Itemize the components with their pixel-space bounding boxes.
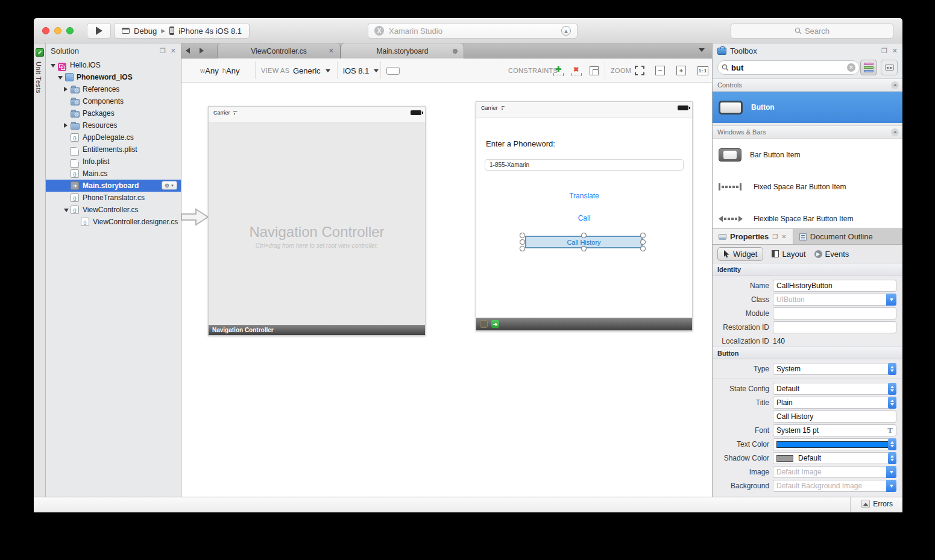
- expander-icon[interactable]: [64, 123, 68, 128]
- close-window-button[interactable]: [42, 27, 49, 34]
- tree-item-infoplist[interactable]: Info.plist: [46, 156, 181, 168]
- selection-handle[interactable]: [520, 233, 525, 238]
- toolbox-section-windows-bars[interactable]: Windows & Bars: [713, 125, 902, 139]
- selection-handle[interactable]: [520, 246, 525, 251]
- zoom-fit-button[interactable]: [635, 58, 644, 83]
- configuration-selector[interactable]: Debug ▶ iPhone 4s iOS 8.1: [114, 23, 250, 39]
- toolbox-search-input[interactable]: [731, 63, 845, 72]
- tab-viewcontroller[interactable]: ViewController.cs ✕: [217, 43, 341, 58]
- dock-pad-icon[interactable]: ❐: [881, 47, 887, 55]
- toolbox-item-flexible-space[interactable]: Flexible Space Bar Button Item: [713, 203, 902, 231]
- tree-item-references[interactable]: ⚙References: [46, 83, 181, 95]
- close-pad-icon[interactable]: ✕: [781, 233, 786, 240]
- stepper-icon[interactable]: [888, 383, 896, 395]
- storyboard-entry-arrow-icon[interactable]: [181, 207, 209, 227]
- module-input[interactable]: [776, 309, 893, 318]
- shadow-color-dropdown[interactable]: Default: [773, 452, 896, 464]
- tree-item-viewcontroller-designer[interactable]: {}ViewController.designer.cs: [46, 216, 181, 228]
- compact-view-button[interactable]: [881, 60, 898, 75]
- toolbox-item-fixed-space[interactable]: Fixed Space Bar Button Item: [713, 171, 902, 203]
- navigate-back-icon[interactable]: [186, 48, 190, 54]
- module-field[interactable]: [773, 307, 896, 319]
- button-title-input[interactable]: [776, 412, 893, 421]
- update-frames-button[interactable]: [590, 58, 599, 83]
- clear-search-icon[interactable]: ✕: [847, 63, 855, 72]
- storyboard-canvas[interactable]: Carrier Navigation Controller Ctrl+drag …: [181, 83, 712, 497]
- remove-constraint-button[interactable]: ✖: [571, 58, 582, 83]
- toolbox-section-controls[interactable]: Controls: [713, 78, 902, 92]
- tree-item-phonetranslator[interactable]: {}PhoneTranslator.cs: [46, 192, 181, 204]
- errors-pad-button[interactable]: Errors: [861, 500, 893, 508]
- tree-item-packages[interactable]: ⚙Packages: [46, 107, 181, 119]
- item-options-button[interactable]: ⚙▼: [162, 181, 177, 190]
- upload-arrow-icon[interactable]: ▲: [561, 26, 571, 36]
- stepper-icon[interactable]: [888, 397, 896, 409]
- run-button[interactable]: [87, 23, 111, 39]
- tab-document-outline[interactable]: Document Outline: [793, 229, 902, 244]
- dock-pad-icon[interactable]: ❐: [772, 233, 778, 240]
- zoom-actual-size-button[interactable]: 1:1: [697, 58, 708, 83]
- font-field[interactable]: System 15 ptT: [773, 424, 896, 436]
- navigate-forward-icon[interactable]: [200, 48, 204, 54]
- mode-layout-button[interactable]: Layout: [772, 250, 805, 259]
- close-tab-icon[interactable]: ✕: [329, 47, 334, 55]
- close-pad-icon[interactable]: ✕: [892, 47, 898, 55]
- toolbox-item-button[interactable]: Button: [713, 92, 902, 123]
- collapse-section-icon[interactable]: [891, 81, 899, 89]
- tree-item-project[interactable]: Phoneword_iOS: [46, 71, 181, 83]
- selection-handle[interactable]: [520, 239, 525, 245]
- selection-handle[interactable]: [640, 246, 646, 251]
- expander-icon[interactable]: [64, 87, 68, 92]
- button-title-field[interactable]: [773, 411, 896, 423]
- phoneword-text-field[interactable]: 1-855-Xamarin: [485, 159, 684, 171]
- background-input[interactable]: [776, 482, 893, 490]
- mode-events-button[interactable]: ▶ Events: [814, 250, 849, 259]
- restoration-id-field[interactable]: [773, 321, 896, 333]
- name-field[interactable]: [773, 280, 896, 292]
- exit-segue-icon[interactable]: ➔: [491, 320, 499, 328]
- view-controller-icon[interactable]: [480, 320, 488, 328]
- background-combo[interactable]: [773, 480, 896, 492]
- selection-handle[interactable]: [640, 239, 646, 245]
- title-style-dropdown[interactable]: Plain: [773, 397, 896, 409]
- tab-properties[interactable]: Properties ❐✕: [713, 229, 793, 244]
- tree-item-viewcontroller[interactable]: {}ViewController.cs: [46, 204, 181, 216]
- dock-pad-icon[interactable]: ❐: [160, 47, 166, 55]
- phoneword-prompt-label[interactable]: Enter a Phoneword:: [486, 139, 555, 148]
- text-color-dropdown[interactable]: [773, 438, 896, 450]
- stepper-icon[interactable]: [888, 452, 896, 464]
- selection-handle[interactable]: [640, 233, 646, 238]
- navigation-controller-body[interactable]: Navigation Controller Ctrl+drag from her…: [209, 123, 425, 325]
- image-input[interactable]: [776, 468, 893, 476]
- collapse-section-icon[interactable]: [891, 128, 899, 136]
- image-combo[interactable]: [773, 466, 896, 478]
- device-family-dropdown[interactable]: Generic: [293, 58, 330, 83]
- expander-icon[interactable]: [64, 209, 69, 212]
- tree-item-maincs[interactable]: {}Main.cs: [46, 168, 181, 180]
- size-class-selector[interactable]: wAny hAny: [200, 58, 239, 83]
- minimize-window-button[interactable]: [54, 27, 61, 34]
- unit-tests-tab[interactable]: Unit Tests: [35, 61, 42, 93]
- state-config-dropdown[interactable]: Default: [773, 383, 896, 395]
- combo-arrow-icon[interactable]: [886, 294, 896, 306]
- global-search-field[interactable]: Search: [731, 23, 893, 39]
- zoom-in-button[interactable]: +: [676, 58, 686, 83]
- expander-icon[interactable]: [51, 64, 55, 68]
- tab-mainstoryboard[interactable]: Main.storyboard: [341, 43, 464, 58]
- add-constraint-button[interactable]: ✚: [553, 58, 564, 83]
- tab-list-dropdown-icon[interactable]: [699, 48, 705, 52]
- combo-arrow-icon[interactable]: [886, 466, 896, 478]
- zoom-out-button[interactable]: −: [655, 58, 665, 83]
- stepper-icon[interactable]: [888, 363, 896, 375]
- tree-item-entitlements[interactable]: Entitlements.plist: [46, 143, 181, 156]
- combo-arrow-icon[interactable]: [886, 480, 896, 492]
- list-view-button[interactable]: [860, 60, 877, 75]
- font-picker-icon[interactable]: T: [887, 426, 893, 435]
- navigation-controller-scene[interactable]: Carrier Navigation Controller Ctrl+drag …: [208, 106, 426, 336]
- translate-button[interactable]: Translate: [476, 192, 692, 200]
- class-input[interactable]: [776, 295, 893, 304]
- tree-item-mainstoryboard[interactable]: ➔Main.storyboard⚙▼: [46, 180, 181, 192]
- tree-item-resources[interactable]: Resources: [46, 119, 181, 131]
- selection-handle[interactable]: [581, 233, 587, 238]
- close-pad-icon[interactable]: ✕: [171, 47, 176, 55]
